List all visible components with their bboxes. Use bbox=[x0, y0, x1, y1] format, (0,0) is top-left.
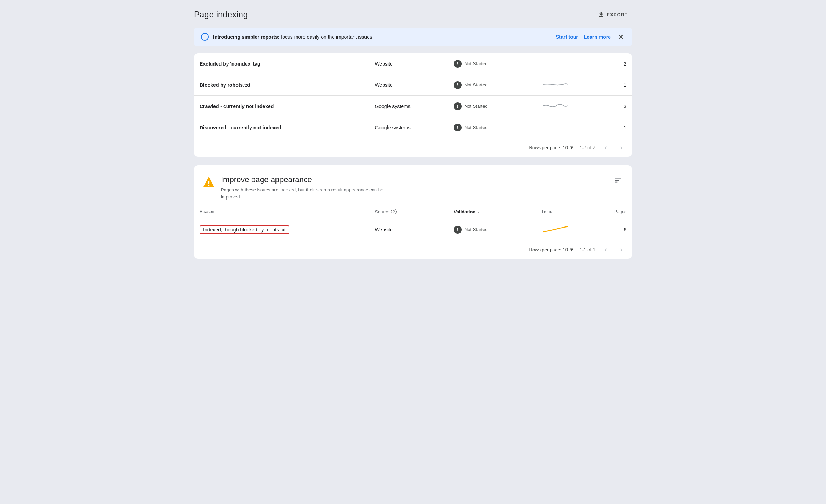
validation-status: Not Started bbox=[464, 82, 488, 88]
status-icon: ! bbox=[454, 124, 462, 131]
filter-icon bbox=[614, 177, 622, 184]
section-subtitle: Pages with these issues are indexed, but… bbox=[221, 186, 391, 200]
table-row[interactable]: Crawled - currently not indexed Google s… bbox=[194, 96, 632, 117]
rows-per-page-label: Rows per page: bbox=[529, 145, 562, 150]
prev-page-button[interactable]: ‹ bbox=[601, 142, 611, 152]
banner-text: Introducing simpler reports: focus more … bbox=[213, 34, 552, 40]
source-cell: Google systems bbox=[369, 96, 448, 117]
th-validation: Validation ↓ bbox=[448, 205, 536, 219]
status-icon: ! bbox=[454, 226, 462, 234]
export-button[interactable]: EXPORT bbox=[594, 9, 632, 21]
rows-per-page-select[interactable]: 10 ▼ bbox=[563, 145, 574, 150]
table-row[interactable]: Blocked by robots.txt Website ! Not Star… bbox=[194, 74, 632, 96]
banner-text-bold: Introducing simpler reports: bbox=[213, 34, 279, 40]
top-issues-table: Excluded by 'noindex' tag Website ! Not … bbox=[194, 53, 632, 138]
section-header: ! Improve page appearance Pages with the… bbox=[194, 165, 632, 205]
warning-icon-wrap: ! bbox=[202, 176, 215, 190]
warning-triangle-icon: ! bbox=[202, 176, 215, 189]
pages-cell: 3 bbox=[597, 96, 632, 117]
export-label: EXPORT bbox=[607, 12, 628, 17]
page-range: 1-7 of 7 bbox=[580, 145, 595, 150]
highlighted-reason: Indexed, though blocked by robots.txt bbox=[200, 225, 289, 234]
sort-arrow-icon: ↓ bbox=[477, 209, 479, 214]
table-row[interactable]: Discovered - currently not indexed Googl… bbox=[194, 117, 632, 138]
banner-text-rest: focus more easily on the important issue… bbox=[279, 34, 372, 40]
learn-more-link[interactable]: Learn more bbox=[584, 34, 611, 40]
status-icon: ! bbox=[454, 81, 462, 89]
appearance-table: Reason Source ? Validation ↓ bbox=[194, 205, 632, 240]
pages-cell: 1 bbox=[597, 117, 632, 138]
page-header: Page indexing EXPORT bbox=[194, 9, 632, 21]
reason-cell: Blocked by robots.txt bbox=[194, 74, 369, 96]
rows-dropdown-icon: ▼ bbox=[569, 145, 574, 150]
section-title-area: Improve page appearance Pages with these… bbox=[221, 175, 391, 200]
trend-cell bbox=[536, 219, 597, 240]
validation-cell: ! Not Started bbox=[448, 219, 536, 240]
rows-per-page: Rows per page: 10 ▼ bbox=[529, 145, 574, 150]
reason-cell: Crawled - currently not indexed bbox=[194, 96, 369, 117]
validation-cell: ! Not Started bbox=[448, 74, 536, 96]
rows-per-page-bottom: Rows per page: 10 ▼ bbox=[529, 247, 574, 252]
rows-per-page-select-bottom[interactable]: 10 ▼ bbox=[563, 247, 574, 252]
validation-status: Not Started bbox=[464, 103, 488, 109]
pagination: Rows per page: 10 ▼ 1-7 of 7 ‹ › bbox=[194, 138, 632, 157]
filter-button[interactable] bbox=[613, 175, 624, 186]
next-page-button-bottom[interactable]: › bbox=[616, 245, 626, 254]
validation-status: Not Started bbox=[464, 227, 488, 232]
source-help-icon[interactable]: ? bbox=[391, 209, 397, 214]
rows-dropdown-icon-bottom: ▼ bbox=[569, 247, 574, 252]
source-cell: Website bbox=[369, 53, 448, 74]
validation-cell: ! Not Started bbox=[448, 117, 536, 138]
table-row[interactable]: Indexed, though blocked by robots.txt We… bbox=[194, 219, 632, 240]
source-cell: Website bbox=[369, 219, 448, 240]
trend-cell bbox=[536, 117, 597, 138]
validation-status: Not Started bbox=[464, 61, 488, 66]
page-title: Page indexing bbox=[194, 10, 248, 19]
svg-text:!: ! bbox=[208, 180, 210, 187]
trend-cell bbox=[536, 96, 597, 117]
start-tour-link[interactable]: Start tour bbox=[556, 34, 578, 40]
reason-cell: Discovered - currently not indexed bbox=[194, 117, 369, 138]
banner-actions: Start tour Learn more ✕ bbox=[556, 33, 625, 41]
next-page-button[interactable]: › bbox=[616, 142, 626, 152]
table-row[interactable]: Excluded by 'noindex' tag Website ! Not … bbox=[194, 53, 632, 74]
section-title: Improve page appearance bbox=[221, 175, 391, 184]
section-header-left: ! Improve page appearance Pages with the… bbox=[202, 175, 391, 200]
info-icon: i bbox=[201, 33, 209, 41]
validation-cell: ! Not Started bbox=[448, 53, 536, 74]
th-pages: Pages bbox=[597, 205, 632, 219]
banner-close-button[interactable]: ✕ bbox=[616, 33, 625, 41]
improve-appearance-card: ! Improve page appearance Pages with the… bbox=[194, 165, 632, 259]
trend-cell bbox=[536, 74, 597, 96]
th-source: Source ? bbox=[369, 205, 448, 219]
rows-per-page-label-bottom: Rows per page: bbox=[529, 247, 562, 252]
th-trend: Trend bbox=[536, 205, 597, 219]
pages-cell: 1 bbox=[597, 74, 632, 96]
status-icon: ! bbox=[454, 102, 462, 110]
source-cell: Website bbox=[369, 74, 448, 96]
pages-cell: 2 bbox=[597, 53, 632, 74]
pagination-bottom: Rows per page: 10 ▼ 1-1 of 1 ‹ › bbox=[194, 240, 632, 259]
prev-page-button-bottom[interactable]: ‹ bbox=[601, 245, 611, 254]
th-reason: Reason bbox=[194, 205, 369, 219]
validation-status: Not Started bbox=[464, 125, 488, 130]
page-range-bottom: 1-1 of 1 bbox=[580, 247, 595, 252]
rows-per-page-value-bottom: 10 bbox=[563, 247, 568, 252]
top-table-card: Excluded by 'noindex' tag Website ! Not … bbox=[194, 53, 632, 157]
status-icon: ! bbox=[454, 60, 462, 68]
source-cell: Google systems bbox=[369, 117, 448, 138]
trend-cell bbox=[536, 53, 597, 74]
reason-cell: Excluded by 'noindex' tag bbox=[194, 53, 369, 74]
validation-cell: ! Not Started bbox=[448, 96, 536, 117]
info-banner: i Introducing simpler reports: focus mor… bbox=[194, 28, 632, 46]
rows-per-page-value: 10 bbox=[563, 145, 568, 150]
reason-cell-highlighted: Indexed, though blocked by robots.txt bbox=[194, 219, 369, 240]
pages-cell: 6 bbox=[597, 219, 632, 240]
table-header-row: Reason Source ? Validation ↓ bbox=[194, 205, 632, 219]
download-icon bbox=[598, 11, 604, 18]
